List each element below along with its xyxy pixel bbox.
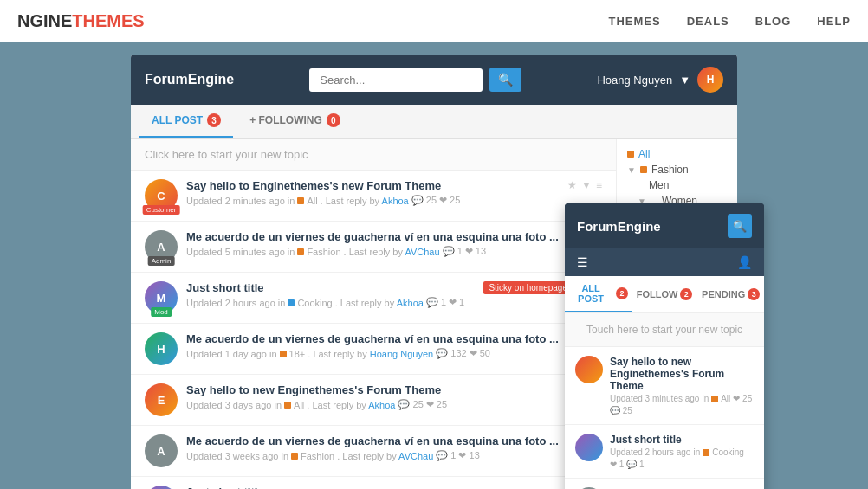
mobile-post-title[interactable]: Just short title [610, 434, 754, 446]
post-item: J Just short title Updated Feb, 12th in … [131, 477, 616, 489]
nav-help[interactable]: HELP [817, 15, 851, 28]
sidebar-category[interactable]: ▼ Fashion [627, 164, 727, 176]
mobile-posts-container: Say hello to new Enginethemes's Forum Th… [565, 347, 764, 489]
nav-deals[interactable]: DEALS [687, 15, 729, 28]
post-avatar: J [145, 486, 178, 489]
cat-arrow-icon: ▼ [627, 165, 636, 175]
mobile-post-avatar [575, 434, 603, 461]
more-icon[interactable]: ≡ [596, 179, 602, 191]
new-topic-bar[interactable]: Click here to start your new topic [131, 139, 616, 171]
post-item: A Admin Me acuerdo de un viernes de guac… [131, 222, 616, 273]
post-title[interactable]: Me acuerdo de un viernes de guacherna ví… [186, 332, 559, 345]
mobile-tab-pending-badge: 3 [748, 288, 760, 300]
post-meta: Updated 1 day ago in 18+ . Last reply by… [186, 348, 559, 359]
hamburger-icon[interactable]: ☰ [577, 255, 588, 269]
mobile-post-item: Just short title Updated 2 hours ago inC… [565, 425, 764, 479]
mobile-header: ForumEngine 🔍 [565, 203, 764, 248]
user-name: Hoang Nguyen [597, 74, 672, 87]
mobile-tab-pending[interactable]: PENDING 3 [697, 276, 764, 312]
post-meta: Updated 5 minutes ago in Fashion . Last … [186, 246, 559, 257]
user-avatar: H [697, 67, 723, 93]
search-input[interactable] [309, 68, 483, 92]
mobile-tab-follow-label: FOLLOW [637, 289, 678, 299]
post-avatar: H [145, 332, 178, 365]
post-info: Me acuerdo de un viernes de guacherna ví… [186, 332, 559, 359]
reply-author[interactable]: Hoang Nguyen [370, 349, 433, 359]
post-item: H Me acuerdo de un viernes de guacherna … [131, 324, 616, 375]
post-info: Say hello to new Enginethemes's Forum Th… [186, 383, 559, 410]
nav-blog[interactable]: BLOG [755, 15, 792, 28]
forum-header: ForumEngine 🔍 Hoang Nguyen ▼ H [131, 55, 737, 105]
nav-links: THEMES DEALS BLOG HELP [609, 15, 851, 28]
user-badge: Admin [148, 256, 175, 266]
tab-following-label: + FOLLOWING [249, 114, 322, 126]
mobile-post-meta: Updated 2 hours ago inCooking ❤ 1 💬 1 [610, 447, 754, 469]
sticky-badge: Sticky on homepage [483, 281, 573, 294]
post-actions: ★ ▼ ≡ [567, 179, 602, 191]
category-dot [627, 151, 634, 158]
post-avatar: A [145, 434, 178, 467]
top-navigation: NGINETHEMES THEMES DEALS BLOG HELP [0, 0, 868, 42]
post-info: Just short title Updated Feb, 12th in Co… [186, 486, 559, 489]
main-wrapper: ForumEngine 🔍 Hoang Nguyen ▼ H ALL POST … [0, 42, 868, 489]
search-button[interactable]: 🔍 [489, 68, 521, 92]
site-logo: NGINETHEMES [17, 11, 145, 31]
post-title[interactable]: Me acuerdo de un viernes de guacherna ví… [186, 230, 559, 243]
reply-author[interactable]: AVChau [405, 247, 439, 257]
mobile-overlay: ForumEngine 🔍 ☰ 👤 ALL POST 2 FOLLOW 2 PE… [565, 203, 764, 489]
category-label: Men [649, 179, 669, 191]
tab-following-badge: 0 [327, 113, 340, 127]
star-icon[interactable]: ★ [567, 179, 577, 191]
mobile-post-item: Say hello to new Enginethemes's Forum Th… [565, 347, 764, 425]
tab-all-post-badge: 3 [207, 113, 221, 127]
mobile-tab-follow[interactable]: FOLLOW 2 [632, 276, 698, 312]
post-item: A Me acuerdo de un viernes de guacherna … [131, 426, 616, 477]
user-badge: Customer [143, 205, 180, 215]
mobile-tab-follow-badge: 2 [680, 288, 692, 300]
post-title[interactable]: Say hello to new Enginethemes's Forum Th… [186, 383, 559, 396]
search-bar: 🔍 [309, 68, 521, 92]
post-title[interactable]: Me acuerdo de un viernes de guacherna ví… [186, 434, 559, 447]
mobile-new-topic[interactable]: Touch here to start your new topic [565, 313, 764, 347]
logo-prefix: NGINE [17, 11, 72, 30]
post-meta: Updated 2 hours ago in Cooking . Last re… [186, 297, 559, 308]
bookmark-icon[interactable]: ▼ [581, 179, 592, 191]
sidebar-category[interactable]: All [627, 148, 727, 160]
sidebar-category[interactable]: Men [627, 179, 727, 191]
mobile-nav: ☰ 👤 [565, 248, 764, 276]
post-item: E Say hello to new Enginethemes's Forum … [131, 375, 616, 426]
mobile-post-avatar [575, 356, 603, 383]
mobile-post-info: Just short title Updated 2 hours ago inC… [610, 434, 754, 469]
reply-author[interactable]: Akhoa [382, 196, 409, 206]
person-icon[interactable]: 👤 [737, 255, 752, 269]
mobile-tab-all-post[interactable]: ALL POST 2 [565, 276, 632, 312]
post-meta: Updated 3 weeks ago in Fashion . Last re… [186, 450, 559, 461]
tab-following[interactable]: + FOLLOWING 0 [237, 105, 353, 138]
category-label: Fashion [651, 164, 689, 176]
post-avatar: E [145, 383, 178, 416]
reply-author[interactable]: Akhoa [368, 400, 395, 410]
post-meta: Updated 2 minutes ago in All . Last repl… [186, 195, 559, 206]
forum-tabs: ALL POST 3 + FOLLOWING 0 [131, 105, 737, 139]
mobile-search-button[interactable]: 🔍 [728, 214, 752, 238]
user-badge: Mod [151, 307, 172, 317]
category-label: All [638, 148, 650, 160]
posts-container: C Customer Say hello to Enginethemes's n… [131, 171, 616, 489]
post-meta: Updated 3 days ago in All . Last reply b… [186, 399, 559, 410]
mobile-tab-all-label: ALL POST [568, 283, 613, 304]
reply-author[interactable]: AVChau [398, 451, 433, 461]
mobile-post-item: Me acuerdo de un viernes de guacherna ví… [565, 479, 764, 489]
reply-author[interactable]: Akhoa [397, 298, 424, 308]
post-title[interactable]: Say hello to Enginethemes's new Forum Th… [186, 179, 559, 192]
mobile-tab-pending-label: PENDING [702, 289, 745, 299]
post-info: Me acuerdo de un viernes de guacherna ví… [186, 230, 559, 257]
category-dot [640, 166, 647, 173]
tab-all-post[interactable]: ALL POST 3 [139, 105, 233, 138]
user-menu[interactable]: Hoang Nguyen ▼ H [597, 67, 723, 93]
post-avatar: A Admin [145, 230, 178, 263]
mobile-post-title[interactable]: Say hello to new Enginethemes's Forum Th… [610, 356, 754, 392]
mobile-post-info: Say hello to new Enginethemes's Forum Th… [610, 356, 754, 415]
post-info: Say hello to Enginethemes's new Forum Th… [186, 179, 559, 206]
post-title[interactable]: Just short title [186, 486, 559, 489]
nav-themes[interactable]: THEMES [609, 15, 661, 28]
